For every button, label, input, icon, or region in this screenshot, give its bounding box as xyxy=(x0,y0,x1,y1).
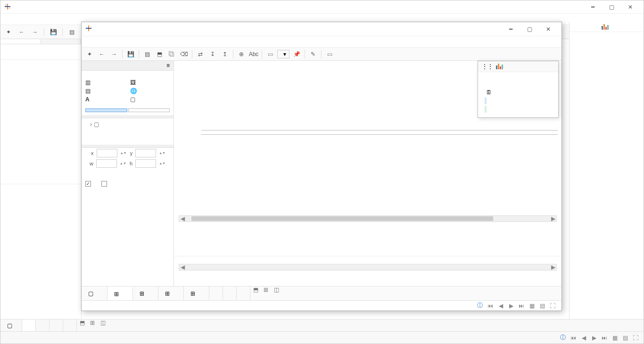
duplicate-icon[interactable]: ⿻ xyxy=(166,49,177,59)
new-data-icon[interactable]: ▤ xyxy=(142,49,152,59)
tab-sheet2[interactable] xyxy=(36,319,50,331)
info-icon[interactable]: ⓘ xyxy=(476,302,484,310)
grid2-icon[interactable]: ▤ xyxy=(538,302,546,310)
label-icon[interactable]: Abc xyxy=(248,49,259,59)
menu-file[interactable] xyxy=(2,18,12,21)
horizontal-scrollbar-2[interactable]: ◀▶ xyxy=(179,264,557,270)
grid-icon[interactable]: ▦ xyxy=(528,302,536,310)
tab-customers[interactable]: ⊞ xyxy=(158,287,184,300)
menu-help[interactable] xyxy=(131,41,140,43)
tab-shipping[interactable]: ⊞ xyxy=(184,287,209,300)
new-dashboard-icon[interactable]: ⊞ xyxy=(261,287,271,300)
show-title-checkbox[interactable]: ✓ xyxy=(85,181,93,187)
new-data-icon[interactable]: ▤ xyxy=(66,27,77,37)
close-button[interactable]: ✕ xyxy=(621,0,640,14)
tab-forecast[interactable] xyxy=(223,287,237,300)
tab-data-source[interactable]: ▢ xyxy=(0,319,22,331)
clear-icon[interactable]: ⌫ xyxy=(179,49,189,59)
chevron-right-icon[interactable]: › xyxy=(90,121,92,128)
obj-vertical[interactable]: ▤ xyxy=(85,88,125,94)
pin-icon[interactable]: 📌 xyxy=(291,49,302,59)
inner-showme-header[interactable]: ⋮⋮ xyxy=(478,61,558,72)
pos-x-input[interactable] xyxy=(97,149,117,157)
obj-text[interactable]: A xyxy=(85,96,125,103)
tab-data-source[interactable]: ▢ xyxy=(82,287,107,300)
menu-dashboard[interactable] xyxy=(23,18,33,21)
tab-sheet3[interactable] xyxy=(50,319,63,331)
size-w-input[interactable] xyxy=(96,159,117,168)
options-icon[interactable]: ≡ xyxy=(166,62,170,69)
menu-story[interactable] xyxy=(33,18,43,21)
tab-performance[interactable] xyxy=(209,287,223,300)
first-icon[interactable]: ⏮ xyxy=(569,334,578,342)
fit-icon[interactable]: ▭ xyxy=(265,49,275,59)
menu-help[interactable] xyxy=(54,18,64,21)
group-icon[interactable]: ⊕ xyxy=(236,49,247,59)
fit-view-select[interactable]: ▾ xyxy=(277,50,289,58)
info-icon[interactable]: ⓘ xyxy=(559,334,567,342)
menu-window[interactable] xyxy=(121,41,131,43)
prev-icon[interactable]: ◀ xyxy=(496,302,505,310)
size-h-input[interactable] xyxy=(135,159,156,168)
obj-horizontal[interactable]: ▥ xyxy=(85,79,125,86)
prev-icon[interactable]: ◀ xyxy=(579,334,588,342)
new-dashboard-icon[interactable]: ⊞ xyxy=(87,319,98,331)
last-icon[interactable]: ⏭ xyxy=(517,302,526,310)
forward-icon[interactable]: → xyxy=(109,49,119,59)
sort-desc-icon[interactable]: ↥ xyxy=(220,49,230,59)
minimize-button[interactable]: ━ xyxy=(501,23,520,36)
close-button[interactable]: ✕ xyxy=(539,23,558,36)
tab-sheet4[interactable] xyxy=(63,319,77,331)
floating-button[interactable] xyxy=(128,108,170,112)
tab-overview[interactable]: ⊞ xyxy=(107,287,133,300)
back-icon[interactable]: ← xyxy=(97,49,107,59)
back-icon[interactable]: ← xyxy=(17,27,27,37)
tiled-button[interactable] xyxy=(85,108,127,112)
tab-product[interactable]: ⊞ xyxy=(133,287,158,300)
tableau-logo-icon[interactable]: ✦ xyxy=(3,27,14,37)
connect-to-data-link[interactable] xyxy=(0,44,81,56)
new-sheet-icon[interactable]: ⬒ xyxy=(154,49,165,59)
presentation-icon[interactable]: ▭ xyxy=(324,49,335,59)
new-story-icon[interactable]: ◫ xyxy=(98,319,108,331)
menu-window[interactable] xyxy=(44,18,53,21)
obj-blank[interactable]: ▢ xyxy=(130,96,170,103)
menu-file[interactable] xyxy=(83,41,93,43)
tab-whatif[interactable] xyxy=(237,287,250,300)
swap-icon[interactable]: ⇄ xyxy=(195,49,206,59)
menu-dashboard[interactable] xyxy=(102,41,112,43)
grid-icon[interactable]: ▦ xyxy=(611,334,619,342)
last-icon[interactable]: ⏭ xyxy=(600,334,609,342)
menu-worksheet[interactable] xyxy=(93,41,102,43)
tab-analytics[interactable] xyxy=(41,39,82,44)
menu-story[interactable] xyxy=(112,41,121,43)
pos-y-input[interactable] xyxy=(135,149,156,157)
options-icon[interactable]: ⋮⋮ xyxy=(482,63,493,70)
save-icon[interactable]: 💾 xyxy=(125,49,136,59)
expand-icon[interactable]: ⛶ xyxy=(631,334,640,342)
tableau-logo-icon[interactable]: ✦ xyxy=(84,49,95,59)
minimize-button[interactable]: ━ xyxy=(583,0,602,14)
tab-sheet1[interactable] xyxy=(22,319,36,331)
maximize-button[interactable]: ▢ xyxy=(602,0,621,14)
new-story-icon[interactable]: ◫ xyxy=(271,287,281,300)
next-icon[interactable]: ▶ xyxy=(507,302,515,310)
obj-image[interactable]: 🖼 xyxy=(130,79,170,86)
maximize-button[interactable]: ▢ xyxy=(520,23,539,36)
forward-icon[interactable]: → xyxy=(30,27,40,37)
highlight-icon[interactable]: ✎ xyxy=(308,49,318,59)
new-worksheet-icon[interactable]: ⬒ xyxy=(250,287,261,300)
floating-checkbox[interactable] xyxy=(101,181,109,187)
save-icon[interactable]: 💾 xyxy=(48,27,58,37)
expand-icon[interactable]: ⛶ xyxy=(548,302,557,310)
tab-data[interactable] xyxy=(0,39,41,44)
sort-asc-icon[interactable]: ↧ xyxy=(207,49,218,59)
next-icon[interactable]: ▶ xyxy=(590,334,598,342)
grid2-icon[interactable]: ▤ xyxy=(621,334,629,342)
outer-showme-header[interactable] xyxy=(570,22,644,32)
menu-worksheet[interactable] xyxy=(13,18,22,21)
first-icon[interactable]: ⏮ xyxy=(486,302,495,310)
horizontal-scrollbar[interactable]: ◀▶ xyxy=(179,215,557,222)
obj-webpage[interactable]: 🌐 xyxy=(130,88,170,94)
new-worksheet-icon[interactable]: ⬒ xyxy=(77,319,87,331)
